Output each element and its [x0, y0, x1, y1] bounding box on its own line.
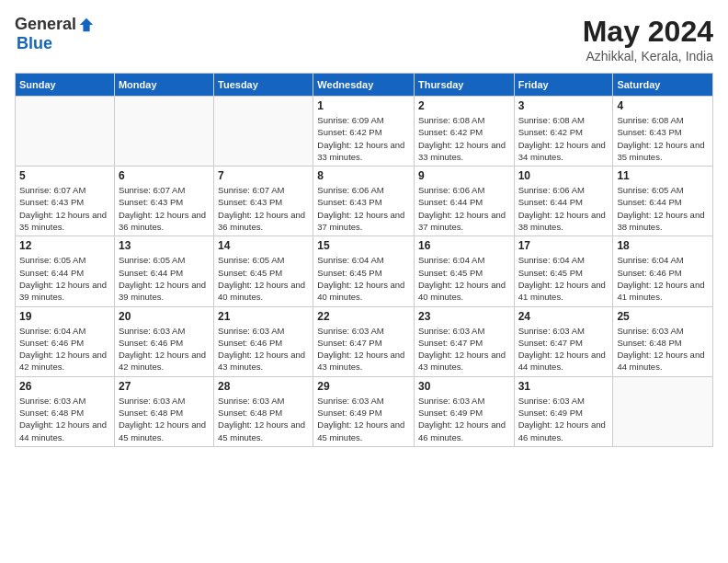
- calendar-cell: 29Sunrise: 6:03 AM Sunset: 6:49 PM Dayli…: [313, 376, 415, 446]
- calendar-cell: 15Sunrise: 6:04 AM Sunset: 6:45 PM Dayli…: [313, 236, 415, 306]
- day-info: Sunrise: 6:03 AM Sunset: 6:48 PM Dayligh…: [617, 325, 709, 373]
- calendar-cell: 11Sunrise: 6:05 AM Sunset: 6:44 PM Dayli…: [613, 167, 713, 236]
- day-number: 5: [19, 169, 110, 182]
- day-info: Sunrise: 6:09 AM Sunset: 6:42 PM Dayligh…: [317, 114, 410, 163]
- weekday-header-thursday: Thursday: [414, 74, 514, 97]
- day-info: Sunrise: 6:06 AM Sunset: 6:44 PM Dayligh…: [518, 184, 609, 233]
- day-info: Sunrise: 6:07 AM Sunset: 6:43 PM Dayligh…: [218, 184, 309, 233]
- day-info: Sunrise: 6:08 AM Sunset: 6:42 PM Dayligh…: [518, 114, 609, 163]
- calendar-week-4: 19Sunrise: 6:04 AM Sunset: 6:46 PM Dayli…: [16, 306, 713, 376]
- day-info: Sunrise: 6:03 AM Sunset: 6:47 PM Dayligh…: [518, 325, 609, 373]
- calendar-cell: 13Sunrise: 6:05 AM Sunset: 6:44 PM Dayli…: [114, 236, 213, 306]
- day-info: Sunrise: 6:04 AM Sunset: 6:45 PM Dayligh…: [418, 254, 510, 303]
- day-info: Sunrise: 6:07 AM Sunset: 6:43 PM Dayligh…: [19, 184, 110, 233]
- calendar-cell: 10Sunrise: 6:06 AM Sunset: 6:44 PM Dayli…: [514, 167, 613, 236]
- day-number: 4: [617, 99, 709, 112]
- logo: General Blue: [15, 15, 95, 53]
- day-number: 20: [119, 310, 210, 323]
- day-number: 16: [418, 239, 510, 252]
- calendar-cell: 9Sunrise: 6:06 AM Sunset: 6:44 PM Daylig…: [414, 167, 514, 236]
- weekday-header-sunday: Sunday: [16, 74, 115, 97]
- calendar-cell: 5Sunrise: 6:07 AM Sunset: 6:43 PM Daylig…: [16, 167, 115, 236]
- day-number: 27: [119, 380, 210, 393]
- month-title: May 2024: [583, 15, 713, 49]
- calendar-cell: 21Sunrise: 6:03 AM Sunset: 6:46 PM Dayli…: [214, 306, 313, 376]
- calendar-cell: 6Sunrise: 6:07 AM Sunset: 6:43 PM Daylig…: [114, 167, 213, 236]
- day-number: 29: [317, 380, 410, 393]
- calendar-week-1: 1Sunrise: 6:09 AM Sunset: 6:42 PM Daylig…: [16, 97, 713, 167]
- day-info: Sunrise: 6:03 AM Sunset: 6:47 PM Dayligh…: [418, 325, 510, 373]
- day-number: 13: [119, 239, 210, 252]
- day-info: Sunrise: 6:06 AM Sunset: 6:43 PM Dayligh…: [317, 184, 410, 233]
- calendar-cell: [613, 376, 713, 446]
- calendar-cell: 18Sunrise: 6:04 AM Sunset: 6:46 PM Dayli…: [613, 236, 713, 306]
- day-info: Sunrise: 6:03 AM Sunset: 6:49 PM Dayligh…: [518, 395, 609, 443]
- day-info: Sunrise: 6:05 AM Sunset: 6:44 PM Dayligh…: [617, 184, 709, 233]
- day-info: Sunrise: 6:04 AM Sunset: 6:45 PM Dayligh…: [317, 254, 410, 303]
- calendar-cell: 2Sunrise: 6:08 AM Sunset: 6:42 PM Daylig…: [414, 97, 514, 167]
- logo-icon: [78, 17, 95, 33]
- day-number: 1: [317, 99, 410, 112]
- weekday-header-wednesday: Wednesday: [313, 74, 415, 97]
- calendar-cell: 12Sunrise: 6:05 AM Sunset: 6:44 PM Dayli…: [16, 236, 115, 306]
- day-number: 12: [19, 239, 110, 252]
- day-info: Sunrise: 6:03 AM Sunset: 6:48 PM Dayligh…: [119, 395, 210, 443]
- day-number: 7: [218, 169, 309, 182]
- day-number: 17: [518, 239, 609, 252]
- calendar-cell: 16Sunrise: 6:04 AM Sunset: 6:45 PM Dayli…: [414, 236, 514, 306]
- day-number: 30: [418, 380, 510, 393]
- day-number: 26: [19, 380, 110, 393]
- day-number: 15: [317, 239, 410, 252]
- day-number: 18: [617, 239, 709, 252]
- calendar-week-5: 26Sunrise: 6:03 AM Sunset: 6:48 PM Dayli…: [16, 376, 713, 446]
- day-info: Sunrise: 6:06 AM Sunset: 6:44 PM Dayligh…: [418, 184, 510, 233]
- calendar-cell: 31Sunrise: 6:03 AM Sunset: 6:49 PM Dayli…: [514, 376, 613, 446]
- day-info: Sunrise: 6:08 AM Sunset: 6:42 PM Dayligh…: [418, 114, 510, 163]
- page-header: General Blue May 2024 Azhikkal, Kerala, …: [15, 15, 713, 63]
- calendar-cell: 26Sunrise: 6:03 AM Sunset: 6:48 PM Dayli…: [16, 376, 115, 446]
- calendar-cell: 1Sunrise: 6:09 AM Sunset: 6:42 PM Daylig…: [313, 97, 415, 167]
- day-info: Sunrise: 6:04 AM Sunset: 6:46 PM Dayligh…: [19, 325, 110, 373]
- title-block: May 2024 Azhikkal, Kerala, India: [583, 15, 713, 63]
- weekday-header-monday: Monday: [114, 74, 213, 97]
- day-info: Sunrise: 6:07 AM Sunset: 6:43 PM Dayligh…: [119, 184, 210, 233]
- day-number: 22: [317, 310, 410, 323]
- day-number: 31: [518, 380, 609, 393]
- day-info: Sunrise: 6:05 AM Sunset: 6:45 PM Dayligh…: [218, 254, 309, 303]
- calendar-cell: 20Sunrise: 6:03 AM Sunset: 6:46 PM Dayli…: [114, 306, 213, 376]
- calendar-cell: 27Sunrise: 6:03 AM Sunset: 6:48 PM Dayli…: [114, 376, 213, 446]
- calendar-table: SundayMondayTuesdayWednesdayThursdayFrid…: [15, 73, 713, 447]
- day-number: 11: [617, 169, 709, 182]
- calendar-cell: 7Sunrise: 6:07 AM Sunset: 6:43 PM Daylig…: [214, 167, 313, 236]
- weekday-header-friday: Friday: [514, 74, 613, 97]
- calendar-cell: 23Sunrise: 6:03 AM Sunset: 6:47 PM Dayli…: [414, 306, 514, 376]
- day-number: 28: [218, 380, 309, 393]
- day-number: 23: [418, 310, 510, 323]
- day-number: 24: [518, 310, 609, 323]
- day-info: Sunrise: 6:04 AM Sunset: 6:45 PM Dayligh…: [518, 254, 609, 303]
- calendar-week-3: 12Sunrise: 6:05 AM Sunset: 6:44 PM Dayli…: [16, 236, 713, 306]
- day-number: 25: [617, 310, 709, 323]
- calendar-week-2: 5Sunrise: 6:07 AM Sunset: 6:43 PM Daylig…: [16, 167, 713, 236]
- calendar-header-row: SundayMondayTuesdayWednesdayThursdayFrid…: [16, 74, 713, 97]
- calendar-cell: 3Sunrise: 6:08 AM Sunset: 6:42 PM Daylig…: [514, 97, 613, 167]
- calendar-cell: 28Sunrise: 6:03 AM Sunset: 6:48 PM Dayli…: [214, 376, 313, 446]
- calendar-cell: 24Sunrise: 6:03 AM Sunset: 6:47 PM Dayli…: [514, 306, 613, 376]
- day-info: Sunrise: 6:03 AM Sunset: 6:48 PM Dayligh…: [19, 395, 110, 443]
- day-number: 3: [518, 99, 609, 112]
- calendar-cell: 17Sunrise: 6:04 AM Sunset: 6:45 PM Dayli…: [514, 236, 613, 306]
- day-info: Sunrise: 6:08 AM Sunset: 6:43 PM Dayligh…: [617, 114, 709, 163]
- calendar-cell: 19Sunrise: 6:04 AM Sunset: 6:46 PM Dayli…: [16, 306, 115, 376]
- location-subtitle: Azhikkal, Kerala, India: [583, 49, 713, 63]
- day-number: 19: [19, 310, 110, 323]
- day-info: Sunrise: 6:03 AM Sunset: 6:46 PM Dayligh…: [218, 325, 309, 373]
- logo-blue: Blue: [17, 34, 52, 53]
- day-info: Sunrise: 6:05 AM Sunset: 6:44 PM Dayligh…: [119, 254, 210, 303]
- day-info: Sunrise: 6:05 AM Sunset: 6:44 PM Dayligh…: [19, 254, 110, 303]
- calendar-cell: [16, 97, 115, 167]
- calendar-cell: 8Sunrise: 6:06 AM Sunset: 6:43 PM Daylig…: [313, 167, 415, 236]
- day-info: Sunrise: 6:03 AM Sunset: 6:47 PM Dayligh…: [317, 325, 410, 373]
- day-info: Sunrise: 6:03 AM Sunset: 6:49 PM Dayligh…: [418, 395, 510, 443]
- day-number: 9: [418, 169, 510, 182]
- weekday-header-saturday: Saturday: [613, 74, 713, 97]
